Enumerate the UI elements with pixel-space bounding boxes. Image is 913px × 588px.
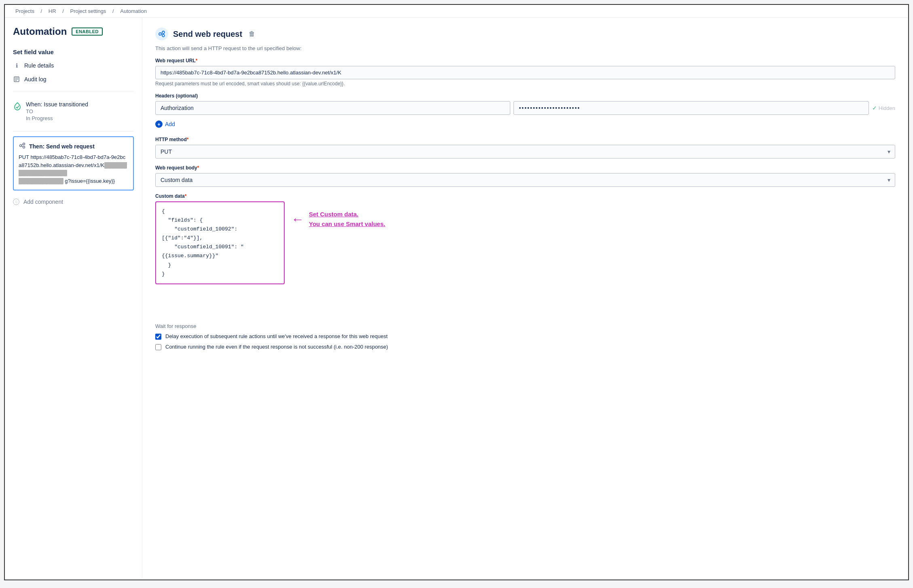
headers-row: ✓ Hidden <box>155 101 895 115</box>
svg-line-13 <box>161 35 162 36</box>
sidebar-item-audit-log[interactable]: Audit log <box>5 72 142 86</box>
wait-section: Wait for response Delay execution of sub… <box>155 323 895 350</box>
svg-point-4 <box>20 145 22 147</box>
trash-icon[interactable]: 🗑 <box>249 30 255 38</box>
action-url: PUT https://485bab7c-71c8-4bd7-bd7a-9e2b… <box>19 153 128 185</box>
checkbox-row-1: Delay execution of subsequent rule actio… <box>155 333 895 340</box>
breadcrumb-project-settings[interactable]: Project settings <box>70 8 106 14</box>
svg-point-11 <box>162 34 165 37</box>
add-component-label: Add component <box>23 199 63 205</box>
custom-data-annotation: ← Set Custom data. You can use Smart val… <box>291 201 385 237</box>
breadcrumb-automation: Automation <box>120 8 147 14</box>
audit-icon <box>13 76 20 83</box>
url-input[interactable] <box>155 66 895 79</box>
breadcrumb: Projects / HR / Project settings / Autom… <box>5 5 908 18</box>
headers-group: Headers (optional) ✓ Hidden + Add <box>155 93 895 130</box>
sidebar: Automation ENABLED Set field value ℹ Rul… <box>5 18 142 578</box>
hidden-label: ✓ Hidden <box>872 105 895 111</box>
breadcrumb-hr[interactable]: HR <box>49 8 56 14</box>
panel-title-icon <box>155 27 168 40</box>
url-label: Web request URL* <box>155 58 895 63</box>
enabled-badge: ENABLED <box>72 27 103 36</box>
checkbox-continue-label: Continue running the rule even if the re… <box>165 344 388 350</box>
headers-label: Headers (optional) <box>155 93 895 99</box>
checkbox-continue[interactable] <box>155 344 161 350</box>
svg-line-12 <box>161 33 162 34</box>
right-panel: Send web request 🗑 This action will send… <box>142 18 908 578</box>
http-method-group: HTTP method* GET PUT POST DELETE PATCH ▾ <box>155 137 895 159</box>
http-method-wrapper: GET PUT POST DELETE PATCH ▾ <box>155 145 895 159</box>
custom-data-group: Custom data* { "fields": { "customfield_… <box>155 193 895 284</box>
svg-line-8 <box>22 146 23 147</box>
header-value-input[interactable] <box>514 101 869 115</box>
svg-point-10 <box>162 31 165 34</box>
url-hint: Request parameters must be url encoded, … <box>155 81 895 87</box>
sidebar-item-label: Audit log <box>24 76 46 82</box>
custom-data-editor[interactable]: { "fields": { "customfield_10092": [{"id… <box>155 201 285 284</box>
svg-point-5 <box>23 143 25 145</box>
svg-point-6 <box>23 146 25 148</box>
checkmark-icon: ✓ <box>872 105 877 111</box>
checkbox-row-2: Continue running the rule even if the re… <box>155 344 895 350</box>
custom-data-row: { "fields": { "customfield_10092": [{"id… <box>155 201 895 284</box>
sidebar-divider <box>13 91 134 91</box>
breadcrumb-projects[interactable]: Projects <box>15 8 34 14</box>
svg-point-9 <box>159 33 161 35</box>
spacer <box>155 291 895 315</box>
panel-title-row: Send web request 🗑 <box>155 27 895 40</box>
wait-label: Wait for response <box>155 323 895 329</box>
panel-description: This action will send a HTTP request to … <box>155 45 895 51</box>
action-block[interactable]: Then: Send web request PUT https://485ba… <box>13 136 134 190</box>
trigger-sub2: In Progress <box>26 115 88 121</box>
trigger-block: When: Issue transitioned TO In Progress <box>5 96 142 126</box>
add-header-button[interactable]: + Add <box>155 118 175 130</box>
sidebar-divider2 <box>13 131 134 131</box>
action-title: Then: Send web request <box>29 143 95 150</box>
header-key-input[interactable] <box>155 101 510 115</box>
trigger-sub1: TO <box>26 108 88 114</box>
page-title: Automation <box>13 26 67 37</box>
info-icon: ℹ <box>13 62 20 69</box>
url-group: Web request URL* Request parameters must… <box>155 58 895 87</box>
body-label: Web request body* <box>155 165 895 171</box>
http-method-select[interactable]: GET PUT POST DELETE PATCH <box>155 145 895 159</box>
sidebar-item-rule-details[interactable]: ℹ Rule details <box>5 59 142 72</box>
body-select[interactable]: Custom data Issue data <box>155 173 895 187</box>
add-component[interactable]: ○ Add component <box>5 194 142 210</box>
sidebar-item-label: Rule details <box>24 62 54 69</box>
svg-line-7 <box>22 144 23 145</box>
checkbox-delay-label: Delay execution of subsequent rule actio… <box>165 333 388 339</box>
sidebar-subtitle: Set field value <box>5 44 142 59</box>
add-circle-icon: ○ <box>13 199 19 205</box>
panel-title: Send web request <box>173 30 242 39</box>
add-plus-icon: + <box>155 121 163 128</box>
checkbox-delay[interactable] <box>155 334 161 340</box>
body-group: Web request body* Custom data Issue data… <box>155 165 895 187</box>
arrow-left-icon: ← <box>291 212 304 227</box>
trigger-label: When: Issue transitioned <box>26 101 88 108</box>
action-icon <box>19 142 26 151</box>
http-method-label: HTTP method* <box>155 137 895 142</box>
body-wrapper: Custom data Issue data ▾ <box>155 173 895 187</box>
custom-data-label: Custom data* <box>155 193 895 199</box>
annotation-text: Set Custom data. You can use Smart value… <box>309 209 385 229</box>
trigger-icon <box>13 102 22 113</box>
